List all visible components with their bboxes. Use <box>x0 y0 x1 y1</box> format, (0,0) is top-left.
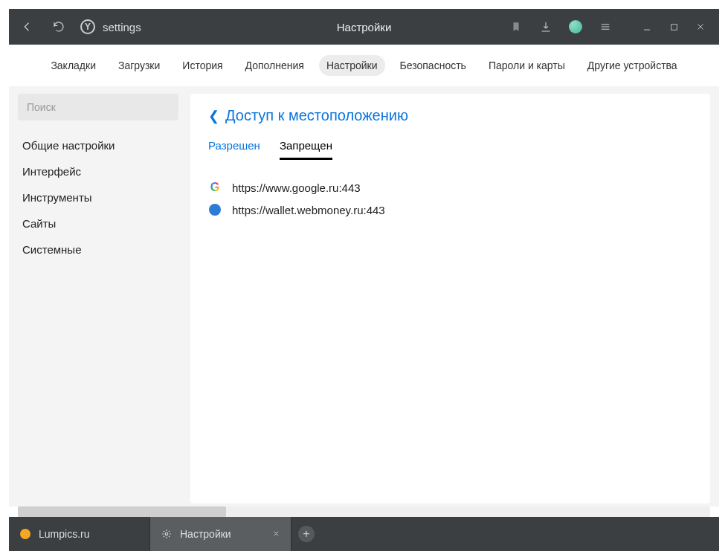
svg-rect-0 <box>671 24 677 30</box>
google-favicon-icon: G <box>208 181 222 194</box>
permission-subtabs: Разрешен Запрещен <box>208 139 692 160</box>
nav-downloads[interactable]: Загрузки <box>111 55 167 76</box>
sidebar-item-sites[interactable]: Сайты <box>18 210 178 236</box>
profile-avatar[interactable] <box>563 14 588 39</box>
back-button[interactable] <box>15 14 40 39</box>
nav-bookmarks[interactable]: Закладки <box>43 55 103 76</box>
close-tab-icon[interactable] <box>272 528 280 540</box>
nav-passwords[interactable]: Пароли и карты <box>481 55 573 76</box>
menu-icon[interactable] <box>593 14 618 39</box>
site-url: https://www.google.ru:443 <box>232 181 361 194</box>
blocked-sites-list: G https://www.google.ru:443 https://wall… <box>208 176 692 221</box>
url-text: settings <box>103 21 141 33</box>
content-area: Поиск Общие настройки Интерфейс Инструме… <box>9 86 719 506</box>
sidebar-item-system[interactable]: Системные <box>18 236 178 263</box>
sidebar-item-interface[interactable]: Интерфейс <box>18 158 178 184</box>
new-tab-button[interactable]: + <box>291 517 321 551</box>
bookmark-icon[interactable] <box>503 14 529 39</box>
main-panel: ❮ Доступ к местоположению Разрешен Запре… <box>190 94 710 503</box>
maximize-button[interactable] <box>661 14 686 39</box>
nav-addons[interactable]: Дополнения <box>238 55 312 76</box>
settings-top-nav: Закладки Загрузки История Дополнения Нас… <box>9 45 719 86</box>
sidebar-item-general[interactable]: Общие настройки <box>18 132 178 158</box>
nav-other-devices[interactable]: Другие устройства <box>580 55 685 76</box>
nav-settings[interactable]: Настройки <box>319 55 385 76</box>
site-row[interactable]: https://wallet.webmoney.ru:443 <box>208 199 692 221</box>
tab-label: Lumpics.ru <box>39 528 89 540</box>
panel-title: Доступ к местоположению <box>225 107 408 124</box>
subtab-blocked[interactable]: Запрещен <box>280 139 332 160</box>
gear-icon <box>161 528 173 540</box>
site-url: https://wallet.webmoney.ru:443 <box>232 204 385 216</box>
close-window-button[interactable] <box>688 14 713 39</box>
globe-favicon-icon <box>208 203 222 216</box>
browser-tab[interactable]: Настройки <box>150 517 291 551</box>
browser-tab[interactable]: Lumpics.ru <box>9 517 150 551</box>
horizontal-scrollbar[interactable] <box>18 506 710 517</box>
reload-button[interactable] <box>46 14 71 39</box>
titlebar: Y settings Настройки <box>9 9 719 45</box>
settings-sidebar: Поиск Общие настройки Интерфейс Инструме… <box>18 94 178 503</box>
scrollbar-thumb[interactable] <box>18 506 226 517</box>
tab-label: Настройки <box>180 528 231 540</box>
plus-icon: + <box>298 526 315 542</box>
tab-bar: Lumpics.ru Настройки + <box>9 517 719 551</box>
downloads-icon[interactable] <box>533 14 558 39</box>
address-bar[interactable]: Y settings <box>80 19 141 34</box>
sidebar-item-tools[interactable]: Инструменты <box>18 184 178 210</box>
panel-back-link[interactable]: ❮ Доступ к местоположению <box>208 107 692 124</box>
nav-history[interactable]: История <box>175 55 230 76</box>
page-title: Настройки <box>337 21 392 33</box>
minimize-button[interactable] <box>634 14 660 39</box>
svg-point-1 <box>165 532 168 535</box>
site-row[interactable]: G https://www.google.ru:443 <box>208 176 692 199</box>
yandex-favicon-icon: Y <box>80 19 95 34</box>
tab-favicon-icon <box>19 528 31 540</box>
subtab-allowed[interactable]: Разрешен <box>208 139 260 160</box>
chevron-left-icon: ❮ <box>208 108 219 124</box>
settings-search-input[interactable]: Поиск <box>18 94 178 120</box>
nav-security[interactable]: Безопасность <box>393 55 474 76</box>
